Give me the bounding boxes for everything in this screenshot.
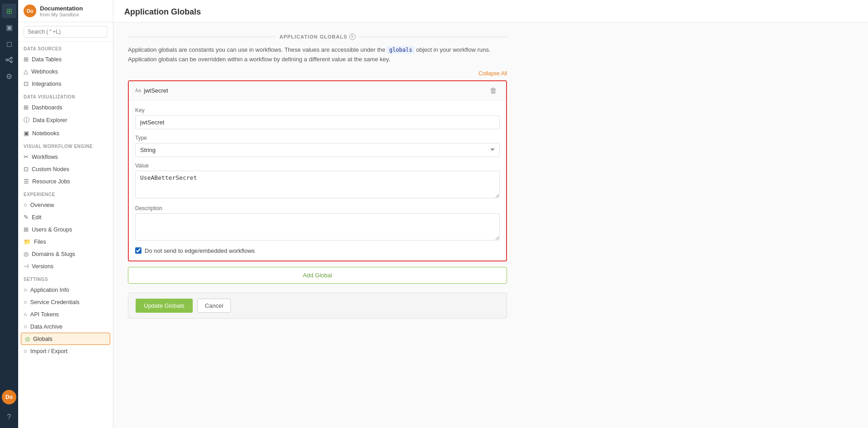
- edit-icon: ✎: [24, 214, 29, 221]
- search-input[interactable]: [24, 26, 107, 38]
- key-group: Key: [135, 107, 500, 129]
- sidebar-item-notebooks[interactable]: ▣ Notebooks: [18, 127, 113, 139]
- section-divider: APPLICATION GLOBALS ?: [128, 34, 507, 40]
- workflows-icon: ✂: [24, 153, 29, 160]
- key-input[interactable]: [135, 115, 500, 129]
- type-group: Type String Number Boolean Object Array: [135, 135, 500, 157]
- value-group: Value: [135, 162, 500, 200]
- users-groups-icon: ⊞: [24, 226, 29, 233]
- global-card-body: Key Type String Number Boolean Object Ar…: [129, 101, 506, 261]
- section-title: APPLICATION GLOBALS ?: [279, 34, 356, 40]
- delete-global-button[interactable]: 🗑: [487, 86, 500, 96]
- sidebar-item-label: Service Credentials: [30, 299, 79, 305]
- api-tokens-icon: ○: [24, 311, 27, 318]
- sidebar-item-label: Overview: [30, 202, 54, 208]
- sidebar-item-globals[interactable]: ◎ Globals: [21, 333, 110, 345]
- sidebar-item-overview[interactable]: ○ Overview: [18, 199, 113, 211]
- global-card-title: Aa jwtSecret: [135, 87, 168, 94]
- type-badge: Aa: [135, 88, 141, 93]
- notebooks-icon: ▣: [24, 130, 29, 137]
- sidebar-item-files[interactable]: 📁 Files: [18, 236, 113, 248]
- cancel-button[interactable]: Cancel: [197, 299, 231, 313]
- value-textarea[interactable]: [135, 171, 500, 198]
- sidebar-item-integrations[interactable]: ⊡ Integrations: [18, 78, 113, 90]
- sidebar-item-data-archive[interactable]: ○ Data Archive: [18, 320, 113, 333]
- key-label: Key: [135, 107, 500, 113]
- sidebar-item-service-credentials[interactable]: ○ Service Credentials: [18, 296, 113, 308]
- sidebar-item-label: Workflows: [32, 154, 58, 160]
- sidebar-item-label: Dashboards: [32, 104, 62, 111]
- description-group: Description: [135, 205, 500, 242]
- sidebar-item-data-tables[interactable]: ⊞ Data Tables: [18, 53, 113, 65]
- sidebar-title-block: Documentation from My Sandbox: [40, 5, 83, 17]
- no-send-label[interactable]: Do not send to edge/embedded workflows: [145, 247, 255, 254]
- sidebar-item-label: Data Archive: [30, 324, 63, 330]
- description-textarea[interactable]: [135, 213, 500, 241]
- sidebar-item-label: Integrations: [32, 81, 61, 87]
- data-explorer-icon: ⓘ: [24, 116, 29, 124]
- description-label: Description: [135, 205, 500, 212]
- icon-navigation: ⊞ ▣ ◻ ⚙ Do ?: [0, 0, 18, 428]
- sidebar-item-label: Notebooks: [32, 130, 59, 137]
- resource-jobs-icon: ☰: [24, 178, 29, 185]
- sidebar-item-application-info[interactable]: ○ Application Info: [18, 284, 113, 296]
- sidebar-item-edit[interactable]: ✎ Edit: [18, 211, 113, 223]
- sidebar-item-webhooks[interactable]: △ Webhooks: [18, 65, 113, 78]
- svg-point-2: [10, 61, 12, 63]
- sidebar-header: Do Documentation from My Sandbox: [18, 0, 113, 22]
- checkbox-row: Do not send to edge/embedded workflows: [135, 247, 500, 254]
- sidebar-item-custom-nodes[interactable]: ⊡ Custom Nodes: [18, 163, 113, 175]
- main-content: APPLICATION GLOBALS ? Application global…: [113, 23, 522, 330]
- sidebar-item-workflows[interactable]: ✂ Workflows: [18, 151, 113, 163]
- sidebar-item-import-export[interactable]: ○ Import / Export: [18, 345, 113, 357]
- sidebar-item-dashboards[interactable]: ⊞ Dashboards: [18, 101, 113, 113]
- application-info-icon: ○: [24, 286, 27, 293]
- sidebar-item-label: Import / Export: [30, 348, 68, 354]
- nav-icon-workflow[interactable]: [2, 53, 16, 67]
- webhooks-icon: △: [24, 68, 28, 75]
- svg-point-1: [10, 57, 12, 59]
- sidebar-logo: Do: [24, 5, 36, 17]
- nav-icon-box[interactable]: ◻: [2, 36, 16, 51]
- type-select[interactable]: String Number Boolean Object Array: [135, 143, 500, 157]
- sidebar-item-label: Data Tables: [32, 56, 62, 63]
- overview-icon: ○: [24, 202, 27, 208]
- sidebar-item-label: Domains & Slugs: [32, 251, 75, 257]
- dashboards-icon: ⊞: [24, 104, 29, 111]
- sidebar-item-domains-slugs[interactable]: ◎ Domains & Slugs: [18, 248, 113, 260]
- integrations-icon: ⊡: [24, 80, 29, 87]
- sidebar-item-versions[interactable]: ⊣ Versions: [18, 260, 113, 272]
- data-archive-icon: ○: [24, 323, 27, 330]
- sidebar-item-resource-jobs[interactable]: ☰ Resource Jobs: [18, 175, 113, 187]
- sidebar-item-label: Users & Groups: [32, 226, 72, 233]
- nav-icon-settings[interactable]: ⚙: [2, 69, 16, 84]
- global-name: jwtSecret: [144, 87, 168, 94]
- collapse-all-container: Collapse All: [128, 70, 507, 77]
- nav-icon-grid[interactable]: ⊞: [2, 4, 16, 18]
- description-text: Application globals are constants you ca…: [128, 45, 507, 64]
- section-label-workflow-engine: VISUAL WORKFLOW ENGINE: [18, 139, 113, 151]
- sidebar-item-users-groups[interactable]: ⊞ Users & Groups: [18, 223, 113, 236]
- service-credentials-icon: ○: [24, 299, 27, 305]
- section-label-data-visualization: DATA VISUALIZATION: [18, 90, 113, 101]
- update-globals-button[interactable]: Update Globals: [136, 299, 193, 313]
- no-send-checkbox[interactable]: [135, 247, 141, 254]
- files-icon: 📁: [24, 238, 31, 245]
- collapse-all-link[interactable]: Collapse All: [478, 70, 507, 77]
- data-tables-icon: ⊞: [24, 56, 29, 63]
- nav-avatar[interactable]: Do: [2, 390, 16, 404]
- global-card-header: Aa jwtSecret 🗑: [129, 81, 506, 101]
- sidebar-item-label: Globals: [33, 336, 52, 342]
- svg-point-0: [6, 59, 8, 61]
- add-global-button[interactable]: Add Global: [128, 267, 507, 284]
- sidebar-item-data-explorer[interactable]: ⓘ Data Explorer: [18, 113, 113, 127]
- nav-icon-dashboard[interactable]: ▣: [2, 20, 16, 34]
- main-content-area: Application Globals APPLICATION GLOBALS …: [113, 0, 868, 428]
- help-icon[interactable]: ?: [349, 34, 356, 40]
- nav-icon-help[interactable]: ?: [2, 410, 16, 424]
- sidebar-item-label: Edit: [32, 214, 42, 221]
- sidebar-item-label: Application Info: [30, 287, 69, 293]
- sidebar-item-api-tokens[interactable]: ○ API Tokens: [18, 308, 113, 320]
- action-row: Update Globals Cancel: [128, 293, 507, 319]
- sidebar-search-container: [18, 22, 113, 42]
